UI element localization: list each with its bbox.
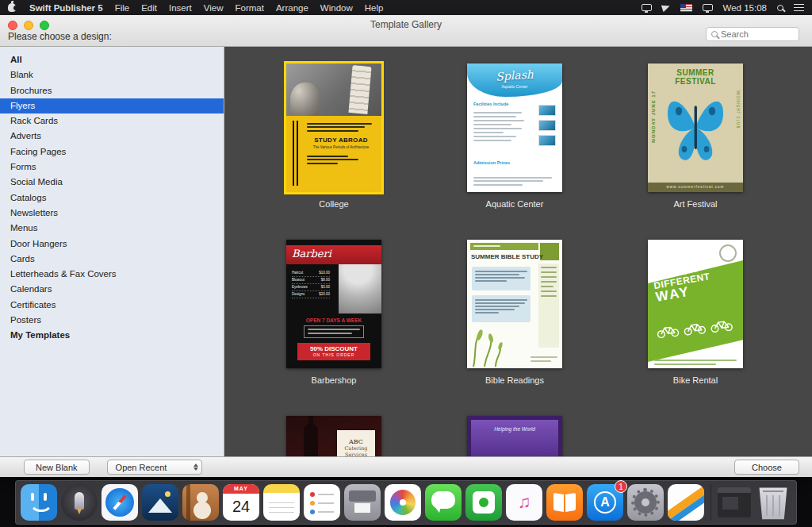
template-cell-bible-readings: SUMMER BIBLE STUDY: [424, 240, 605, 402]
swift-publisher-icon[interactable]: [668, 484, 704, 521]
menu-arrange[interactable]: Arrange: [276, 3, 308, 13]
sidebar-item-all[interactable]: All: [0, 52, 224, 67]
aquatic-photos: [538, 105, 556, 150]
sidebar-item-certificates[interactable]: Certificates: [0, 298, 224, 313]
apple-menu-icon[interactable]: [8, 3, 16, 12]
sidebar-item-brochures[interactable]: Brochures: [0, 83, 224, 98]
template-thumb-barbershop[interactable]: Barberi Haircut$10.00 Blowout$8.00 Eyebr…: [286, 240, 381, 368]
minimized-window-thumbnail[interactable]: [718, 487, 751, 517]
template-thumb-bible-readings[interactable]: SUMMER BIBLE STUDY: [467, 240, 562, 368]
us-flag-input-icon[interactable]: [680, 4, 692, 12]
menu-help[interactable]: Help: [365, 3, 384, 13]
menu-clock[interactable]: Wed 15:08: [723, 3, 767, 13]
choose-design-prompt: Please choose a design:: [8, 31, 112, 42]
sidebar-item-social-media[interactable]: Social Media: [0, 175, 224, 190]
template-thumb-college[interactable]: STUDY ABROAD The Various Periods of Arch…: [286, 63, 381, 192]
template-cell-catering: ABC Catering Services: [243, 416, 424, 456]
safari-icon[interactable]: [102, 484, 138, 521]
menu-insert[interactable]: Insert: [169, 3, 192, 13]
window-footer: New Blank Open Recent Choose: [0, 456, 812, 477]
template-thumb-world[interactable]: Helping the World: [467, 416, 562, 456]
butterfly-graphic: [662, 92, 729, 168]
template-thumb-aquatic-center[interactable]: Splash Aquatic Center Facilities Include: [467, 63, 562, 192]
gear-icon: [634, 491, 657, 514]
sidebar-item-cards[interactable]: Cards: [0, 252, 224, 267]
template-label-barbershop: Barbershop: [312, 375, 357, 385]
app-store-badge: 1: [615, 480, 627, 493]
printer-icon[interactable]: [344, 484, 381, 521]
menu-edit[interactable]: Edit: [141, 3, 157, 13]
window-title: Template Gallery: [0, 19, 812, 30]
template-cell-barbershop: Barberi Haircut$10.00 Blowout$8.00 Eyebr…: [243, 240, 424, 402]
template-cell-world: Helping the World: [424, 416, 605, 456]
template-label-college: College: [319, 199, 348, 209]
sidebar-item-door-hangers[interactable]: Door Hangers: [0, 237, 224, 252]
reminders-icon[interactable]: [304, 484, 340, 521]
sidebar-item-newsletters[interactable]: Newsletters: [0, 206, 224, 221]
itunes-icon[interactable]: ♫: [506, 484, 542, 521]
launchpad-icon[interactable]: [61, 484, 98, 521]
template-thumb-art-festival[interactable]: SUMMER FESTIVAL MONDAY JUNE 17 MIDNIGHT …: [648, 63, 743, 192]
college-photo: [286, 63, 381, 116]
pisa-tower-graphic: [348, 65, 371, 114]
choose-button[interactable]: Choose: [734, 460, 799, 475]
sidebar-item-menus[interactable]: Menus: [0, 221, 224, 236]
dock: MAY 24 ♫ A 1: [15, 480, 797, 525]
ibooks-icon[interactable]: [546, 484, 583, 521]
sidebar-item-my-templates[interactable]: My Templates: [0, 328, 224, 343]
search-input[interactable]: [721, 29, 784, 39]
contacts-icon[interactable]: [182, 484, 219, 521]
app-store-icon[interactable]: A 1: [587, 484, 623, 521]
new-blank-button[interactable]: New Blank: [24, 460, 90, 475]
sidebar-item-posters[interactable]: Posters: [0, 313, 224, 328]
status-app-icon[interactable]: [661, 3, 670, 13]
green-photo-app-icon[interactable]: [465, 484, 502, 521]
airplay-display-icon[interactable]: [642, 4, 652, 11]
spotlight-icon[interactable]: [777, 5, 783, 11]
search-field[interactable]: [706, 27, 799, 41]
system-preferences-icon[interactable]: [627, 484, 664, 521]
template-label-bible-readings: Bible Readings: [485, 375, 544, 385]
notes-icon[interactable]: [263, 484, 300, 521]
title-bar: Template Gallery Please choose a design:: [0, 15, 812, 47]
finder-icon[interactable]: [21, 484, 57, 521]
messages-icon[interactable]: [425, 484, 462, 521]
bike-rental-logo: [719, 244, 737, 262]
template-thumb-catering[interactable]: ABC Catering Services: [286, 416, 381, 456]
template-thumb-bike-rental[interactable]: Explore the city in a DIFFERENT WAY: [648, 240, 743, 368]
category-sidebar: All Blank Brochures Flyers Rack Cards Ad…: [0, 47, 224, 456]
notification-center-icon[interactable]: [794, 4, 804, 11]
wine-bottle-graphic: [304, 424, 318, 456]
template-gallery-window: Template Gallery Please choose a design:…: [0, 15, 812, 477]
calendar-icon[interactable]: MAY 24: [223, 484, 259, 521]
menu-window[interactable]: Window: [320, 3, 353, 13]
photos-icon[interactable]: [385, 484, 421, 521]
open-recent-dropdown[interactable]: Open Recent: [107, 460, 202, 475]
sidebar-item-calendars[interactable]: Calendars: [0, 282, 224, 297]
discount-banner: 50% DISCOUNT ON THIS ORDER: [297, 343, 370, 360]
sidebar-item-letterheads[interactable]: Letterheads & Fax Covers: [0, 267, 224, 282]
sidebar-item-rack-cards[interactable]: Rack Cards: [0, 113, 224, 129]
screen: Swift Publisher 5 File Edit Insert View …: [0, 0, 812, 527]
displays-icon[interactable]: [703, 4, 713, 11]
sidebar-item-facing-pages[interactable]: Facing Pages: [0, 144, 224, 160]
sidebar-item-blank[interactable]: Blank: [0, 67, 224, 83]
menu-bar: Swift Publisher 5 File Edit Insert View …: [0, 0, 812, 15]
catering-card: ABC Catering Services: [337, 430, 375, 456]
sidebar-item-catalogs[interactable]: Catalogs: [0, 190, 224, 206]
menu-view[interactable]: View: [204, 3, 224, 13]
menu-format[interactable]: Format: [236, 3, 264, 13]
template-cell-college: STUDY ABROAD The Various Periods of Arch…: [243, 63, 424, 225]
sidebar-item-flyers[interactable]: Flyers: [0, 98, 224, 113]
template-cell-bike-rental: Explore the city in a DIFFERENT WAY: [605, 240, 786, 402]
trash-icon[interactable]: [755, 484, 791, 521]
menu-app-name[interactable]: Swift Publisher 5: [29, 3, 103, 13]
popup-arrows-icon: [193, 464, 198, 471]
template-cell-aquatic: Splash Aquatic Center Facilities Include: [424, 63, 605, 225]
image-app-icon[interactable]: [142, 484, 178, 521]
template-label-bike-rental: Bike Rental: [673, 375, 718, 385]
menu-file[interactable]: File: [115, 3, 130, 13]
sidebar-item-adverts[interactable]: Adverts: [0, 129, 224, 144]
template-label-art-festival: Art Festival: [673, 199, 717, 209]
sidebar-item-forms[interactable]: Forms: [0, 160, 224, 175]
